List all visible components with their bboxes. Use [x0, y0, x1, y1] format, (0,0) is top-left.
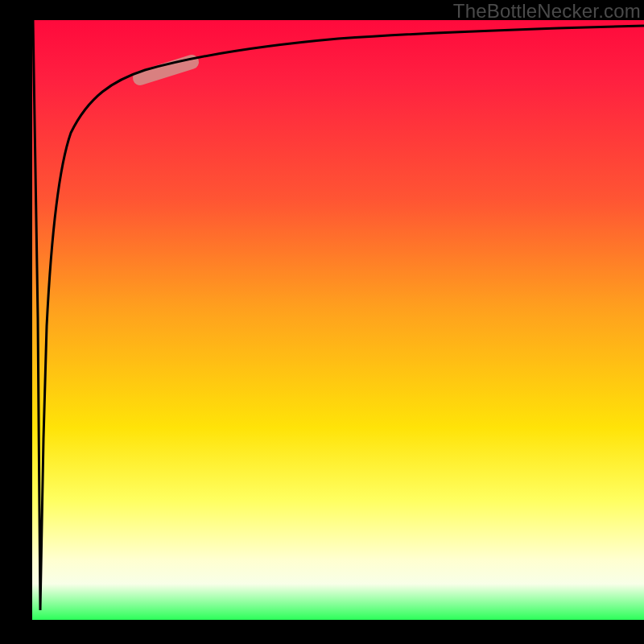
chart-frame: TheBottleNecker.com	[0, 0, 644, 644]
chart-svg	[32, 20, 644, 620]
main-curve	[33, 20, 644, 610]
watermark-text: TheBottleNecker.com	[453, 0, 641, 23]
